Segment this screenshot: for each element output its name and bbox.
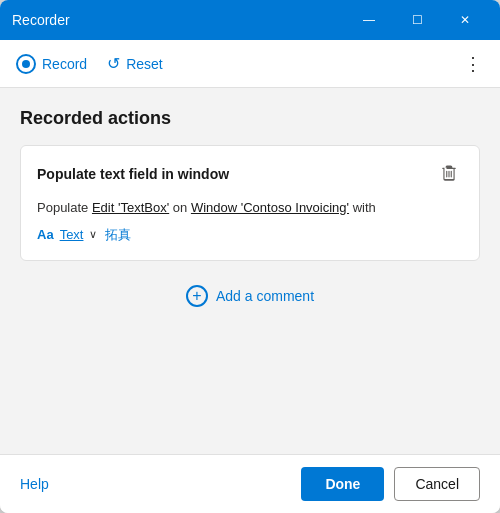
action-card-title: Populate text field in window: [37, 166, 229, 182]
footer: Help Done Cancel: [0, 454, 500, 513]
footer-right: Done Cancel: [301, 467, 480, 501]
trash-icon: [440, 165, 458, 183]
delete-action-button[interactable]: [435, 160, 463, 188]
action-card-header: Populate text field in window: [37, 160, 463, 188]
action-body: Populate Edit 'TextBox' on Window 'Conto…: [37, 198, 463, 246]
help-button[interactable]: Help: [20, 476, 49, 492]
title-bar-controls: — ☐ ✕: [346, 0, 488, 40]
reset-label: Reset: [126, 56, 163, 72]
close-button[interactable]: ✕: [442, 0, 488, 40]
toolbar: Record ↺ Reset ⋮: [0, 40, 500, 88]
text-value: 拓真: [105, 225, 131, 246]
title-bar: Recorder — ☐ ✕: [0, 0, 500, 40]
reset-icon: ↺: [107, 54, 120, 73]
with-text: with: [353, 200, 376, 215]
action-card: Populate text field in window Populate E…: [20, 145, 480, 261]
reset-button[interactable]: ↺ Reset: [107, 54, 163, 73]
window-title: Recorder: [12, 12, 70, 28]
recorder-window: Recorder — ☐ ✕ Record ↺ Reset ⋮ Recorded…: [0, 0, 500, 513]
done-button[interactable]: Done: [301, 467, 384, 501]
chevron-down-icon[interactable]: ∨: [89, 226, 97, 244]
add-comment-icon: +: [186, 285, 208, 307]
record-dot: [22, 60, 30, 68]
text-type-label[interactable]: Text: [60, 225, 84, 246]
toolbar-actions: Record ↺ Reset: [16, 54, 163, 74]
edit-textbox-link[interactable]: Edit 'TextBox': [92, 200, 169, 215]
cancel-button[interactable]: Cancel: [394, 467, 480, 501]
window-link[interactable]: Window 'Contoso Invoicing': [191, 200, 349, 215]
maximize-button[interactable]: ☐: [394, 0, 440, 40]
minimize-button[interactable]: —: [346, 0, 392, 40]
title-bar-left: Recorder: [12, 12, 70, 28]
more-options-button[interactable]: ⋮: [464, 53, 484, 75]
populate-text: Populate: [37, 200, 88, 215]
aa-icon: Aa: [37, 225, 54, 246]
add-comment-label: Add a comment: [216, 288, 314, 304]
on-text: on: [173, 200, 187, 215]
add-comment-button[interactable]: + Add a comment: [20, 277, 480, 315]
record-button[interactable]: Record: [16, 54, 87, 74]
record-icon: [16, 54, 36, 74]
section-title: Recorded actions: [20, 108, 480, 129]
record-label: Record: [42, 56, 87, 72]
content-area: Recorded actions Populate text field in …: [0, 88, 500, 454]
text-input-row: Aa Text ∨ 拓真: [37, 225, 463, 246]
